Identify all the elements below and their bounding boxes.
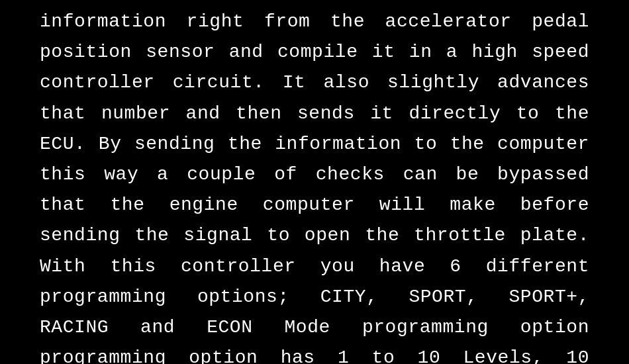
- main-text-block: information right from the accelerator p…: [0, 0, 629, 364]
